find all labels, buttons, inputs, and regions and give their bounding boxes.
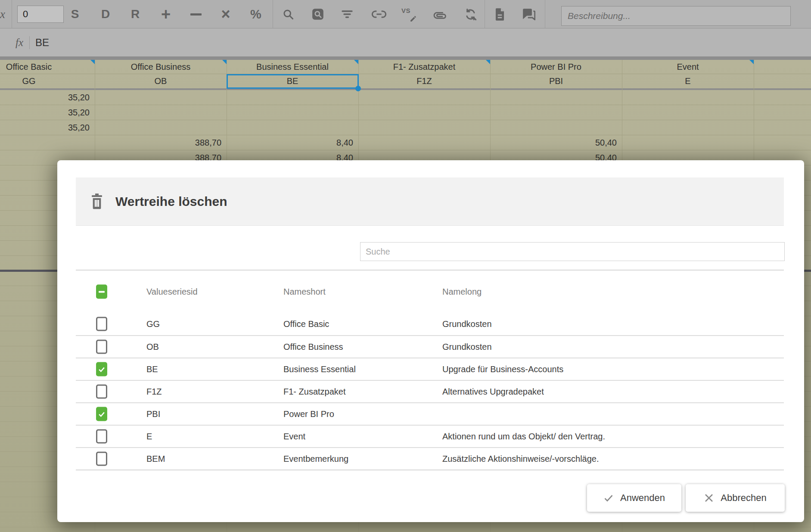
row-nameshort: Business Essential xyxy=(283,358,356,380)
document-icon[interactable] xyxy=(490,0,509,28)
apply-button[interactable]: Anwenden xyxy=(587,484,681,512)
table-row[interactable]: OBOffice BusinessGrundkosten xyxy=(76,335,784,358)
search-in-box-icon[interactable] xyxy=(308,0,327,28)
row-checkbox[interactable] xyxy=(96,317,107,331)
row-checkbox[interactable] xyxy=(96,362,107,376)
table-row[interactable]: BEMEventbemerkungZusätzliche Aktionshinw… xyxy=(76,447,784,470)
cell-value[interactable]: 50,40 xyxy=(490,135,622,150)
fx-partial-label: x xyxy=(0,0,5,28)
row-namelong: Aktionen rund um das Objekt/ den Vertrag… xyxy=(442,426,605,447)
fx-icon: fx xyxy=(16,29,23,56)
row-valueseriesid: GG xyxy=(146,313,160,335)
column-header-namelong: Namelong xyxy=(442,271,482,313)
column-header-nameshort: Nameshort xyxy=(283,271,326,313)
column-header-name[interactable]: Office Business xyxy=(95,60,227,74)
search-refresh-icon[interactable] xyxy=(461,0,480,28)
cell-value[interactable]: 8,40 xyxy=(227,135,358,150)
r-button[interactable]: R xyxy=(126,0,145,28)
row-nameshort: Eventbemerkung xyxy=(283,448,348,470)
row-nameshort: Power BI Pro xyxy=(283,403,334,425)
row-nameshort: Event xyxy=(283,426,305,447)
column-header-name[interactable]: Office Basic xyxy=(0,60,95,74)
toolbar: x S D R + × % VS xyxy=(0,0,811,28)
add-icon[interactable]: + xyxy=(156,0,175,28)
column-header-code[interactable]: PBI xyxy=(490,74,622,88)
dialog-search-input[interactable] xyxy=(360,242,785,261)
multiply-icon[interactable]: × xyxy=(216,0,235,28)
row-valueseriesid: F1Z xyxy=(146,381,162,402)
dialog-header: Wertreihe löschen xyxy=(76,177,784,226)
description-input[interactable] xyxy=(561,6,791,26)
toolbar-divider xyxy=(273,0,273,28)
vs-edit-icon[interactable]: VS xyxy=(400,0,419,28)
row-namelong: Alternatives Upgradepaket xyxy=(442,381,544,402)
column-header-name[interactable]: Business Essential xyxy=(227,60,358,74)
remove-icon[interactable] xyxy=(186,0,205,28)
table-row[interactable]: PBIPower BI Pro xyxy=(76,402,784,425)
column-header-code[interactable]: OB xyxy=(95,74,227,88)
check-icon xyxy=(603,493,614,503)
column-header-code[interactable]: E xyxy=(622,74,754,88)
sheet-top-border xyxy=(0,56,811,60)
percent-icon[interactable]: % xyxy=(246,0,265,28)
apply-button-label: Anwenden xyxy=(620,492,665,504)
search-icon[interactable] xyxy=(279,0,298,28)
column-header-name[interactable]: F1- Zusatzpaket xyxy=(358,60,490,74)
app-screen: x S D R + × % VS xyxy=(0,0,811,532)
cancel-button[interactable]: Abbrechen xyxy=(686,484,785,512)
comment-icon[interactable] xyxy=(519,0,538,28)
sum-button[interactable]: S xyxy=(65,0,84,28)
cell-value[interactable]: 388,70 xyxy=(95,135,227,150)
row-namelong: Upgrade für Business-Accounts xyxy=(442,358,563,380)
column-header-code[interactable] xyxy=(754,74,811,88)
formula-bar: fx BE xyxy=(0,29,811,56)
row-valueseriesid: BEM xyxy=(146,448,165,470)
column-header-code[interactable]: F1Z xyxy=(358,74,490,88)
cell-value[interactable]: 35,20 xyxy=(0,105,95,120)
comment-marker-icon xyxy=(749,60,754,64)
filter-icon[interactable] xyxy=(338,0,357,28)
row-checkbox[interactable] xyxy=(96,340,107,354)
close-icon xyxy=(704,493,714,503)
link-icon[interactable] xyxy=(370,0,388,28)
column-header-name[interactable]: Power BI Pro xyxy=(490,60,622,74)
column-header-name[interactable] xyxy=(754,60,811,74)
value-input[interactable] xyxy=(17,6,64,23)
trash-icon xyxy=(90,193,104,210)
row-checkbox[interactable] xyxy=(96,452,107,466)
d-button[interactable]: D xyxy=(96,0,115,28)
attachment-icon[interactable] xyxy=(431,0,450,28)
table-row[interactable]: GGOffice BasicGrundkosten xyxy=(76,313,784,335)
row-nameshort: F1- Zusatzpaket xyxy=(283,381,346,402)
comment-marker-icon xyxy=(486,60,490,64)
row-namelong: Grundkosten xyxy=(442,336,492,358)
column-header-name[interactable]: Event xyxy=(622,60,754,74)
row-checkbox[interactable] xyxy=(96,407,107,421)
table-row[interactable]: EEventAktionen rund um das Objekt/ den V… xyxy=(76,425,784,447)
row-valueseriesid: PBI xyxy=(146,403,160,425)
header-separator xyxy=(0,88,811,90)
column-header-code[interactable]: GG xyxy=(0,74,95,88)
cell-value[interactable]: 35,20 xyxy=(0,120,95,135)
column-header-valueseriesid: Valueseriesid xyxy=(146,271,198,313)
row-valueseriesid: OB xyxy=(146,336,159,358)
row-nameshort: Office Basic xyxy=(283,313,329,335)
delete-series-dialog: Wertreihe löschen Valueseriesid Nameshor… xyxy=(57,160,804,522)
comment-marker-icon xyxy=(90,60,95,64)
table-row[interactable]: BEBusiness EssentialUpgrade für Business… xyxy=(76,358,784,380)
select-all-checkbox[interactable] xyxy=(96,285,107,299)
toolbar-divider xyxy=(12,0,12,28)
dialog-footer: Anwenden Abbrechen xyxy=(57,484,804,512)
dialog-title: Wertreihe löschen xyxy=(115,194,227,209)
row-checkbox[interactable] xyxy=(96,429,107,444)
table-row[interactable]: F1ZF1- ZusatzpaketAlternatives Upgradepa… xyxy=(76,380,784,402)
formula-value[interactable]: BE xyxy=(35,29,49,56)
cancel-button-label: Abbrechen xyxy=(721,492,766,504)
toolbar-divider xyxy=(485,0,485,28)
comment-marker-icon xyxy=(354,60,358,64)
cell-value[interactable]: 35,20 xyxy=(0,90,95,105)
row-namelong: Grundkosten xyxy=(442,313,492,335)
row-namelong: Zusätzliche Aktionshinweise/-vorschläge. xyxy=(442,448,599,470)
comment-marker-icon xyxy=(222,60,227,64)
row-checkbox[interactable] xyxy=(96,385,107,399)
